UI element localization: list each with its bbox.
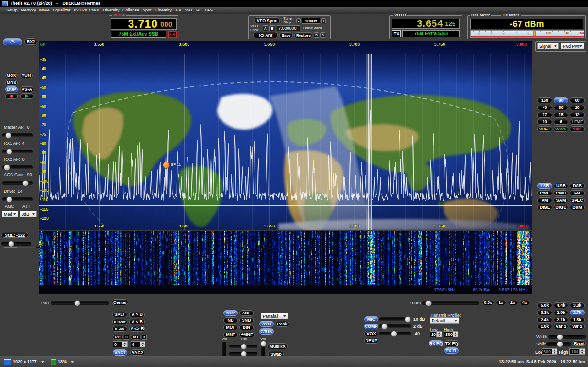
rx1-af-slider[interactable] <box>2 148 33 154</box>
sql-slider[interactable] <box>1 240 31 246</box>
band-15-button[interactable]: 15 <box>554 112 568 118</box>
anf-button[interactable]: ANF <box>239 310 254 316</box>
band-12-button[interactable]: 12 <box>570 112 585 118</box>
master-af-slider[interactable] <box>2 132 33 138</box>
mute-button[interactable]: MUT <box>223 324 238 330</box>
rx-eq-button[interactable]: RX EQ <box>429 340 443 346</box>
rit-button[interactable]: RIT <box>113 335 123 340</box>
play-button[interactable] <box>20 93 33 99</box>
power-button[interactable] <box>3 38 22 45</box>
filter-21-button[interactable]: 2.1k <box>554 317 568 323</box>
bandstack-restore-button[interactable]: Restore <box>294 32 312 38</box>
mode-cwl-button[interactable]: CWL <box>537 190 552 196</box>
vfo-lock-b-button[interactable]: B <box>269 25 275 31</box>
menu-bpf[interactable]: BPF <box>205 8 213 12</box>
menu-wave[interactable]: Wave <box>39 8 50 12</box>
rx2-button[interactable]: RX2 <box>24 38 37 45</box>
center-button[interactable]: Center <box>112 299 128 305</box>
nb-button[interactable]: NB <box>223 317 238 323</box>
mox-button[interactable]: MOX <box>5 80 18 86</box>
rit-spinner[interactable]: 0 <box>113 341 128 347</box>
zoom-slider[interactable] <box>422 300 479 305</box>
menu-collapse[interactable]: Collapse <box>122 8 139 12</box>
mic-button[interactable]: MIC <box>364 316 378 322</box>
menu-equalizer[interactable]: Equalizer <box>53 8 71 12</box>
menu-xvtrs[interactable]: XVTRs <box>73 8 87 12</box>
vac1-button[interactable]: VAC1 <box>113 349 127 356</box>
filter-shift-slider[interactable] <box>546 341 571 346</box>
waterfall[interactable] <box>39 231 532 285</box>
vox-button[interactable]: VOX <box>364 331 378 336</box>
ctun-button[interactable]: CTUN <box>259 328 274 335</box>
tun-button[interactable]: TUN <box>20 73 33 78</box>
filter-24-button[interactable]: 2.4k <box>537 317 552 323</box>
band-17-button[interactable]: 17 <box>537 112 552 118</box>
menu-cwx[interactable]: CWX <box>89 8 99 12</box>
band-lfmf-button[interactable]: LFMF <box>570 119 585 125</box>
vox-slider[interactable] <box>379 330 411 336</box>
band-swl-button[interactable]: SWL <box>570 126 585 132</box>
vac2-button[interactable]: VAC2 <box>130 349 144 356</box>
band-20-button[interactable]: 20 <box>570 105 585 110</box>
zoom-1x-button[interactable]: 1x <box>496 300 506 305</box>
band-80-button[interactable]: 80 <box>554 97 568 103</box>
filter-27-button[interactable]: 2.7k <box>570 310 585 315</box>
dup-button[interactable]: DUP <box>5 86 18 92</box>
multirx-button[interactable]: MultiRX <box>267 343 288 349</box>
xit-button[interactable]: XIT <box>131 335 141 340</box>
xit-spinner[interactable]: 0 <box>131 341 145 347</box>
b-to-a-button[interactable]: A < B <box>129 319 145 324</box>
chevron-down-icon[interactable] <box>71 361 74 363</box>
zoom-4x-button[interactable]: 4x <box>520 300 530 305</box>
filter-5k-button[interactable]: 5.0k <box>537 302 552 308</box>
a-to-b-button[interactable]: A > B <box>129 312 145 317</box>
filter-low-spinner[interactable]: -2800 <box>542 348 557 355</box>
filter-10-button[interactable]: 1.0k <box>537 324 552 329</box>
tx-high-spinner[interactable]: 3000 <box>444 331 458 337</box>
filter-33-button[interactable]: 3.3k <box>537 310 552 315</box>
rx-ant-button[interactable]: Rx Ant <box>253 32 278 38</box>
filter-18-button[interactable]: 1.8k <box>570 317 585 323</box>
dx-spot-marker[interactable] <box>163 162 170 169</box>
filter-44-button[interactable]: 4.4k <box>554 302 568 308</box>
transmit-profile-select[interactable]: Default <box>430 317 459 324</box>
filter-high-arrows[interactable] <box>579 349 585 354</box>
tune-step-value[interactable]: 100Hz <box>302 18 320 24</box>
agc-mode-select[interactable]: Med <box>2 211 18 217</box>
panadapter[interactable]: SP 11 60 3.550 3.600 3.650 3.700 3.750 3… <box>39 41 532 230</box>
frequency-entry-field[interactable]: 7.000000 <box>277 25 300 31</box>
sql-button[interactable]: SQL: -122 <box>1 232 28 238</box>
rx1-pan-slider[interactable] <box>229 343 257 349</box>
ps-a-button[interactable]: PS-A <box>20 86 33 92</box>
vfo-b-tx-button[interactable]: TX <box>392 30 401 37</box>
band-10-button[interactable]: 10 <box>537 119 552 125</box>
menu-memory[interactable]: Memory <box>21 8 36 12</box>
bandstack-slot-2-button[interactable]: 5 <box>320 32 325 38</box>
dx-spot-label[interactable]: SP 11 <box>171 162 181 167</box>
menu-ra[interactable]: RA <box>176 8 182 12</box>
rx-meter-mode-select[interactable]: Signal <box>537 43 559 49</box>
mode-fm-button[interactable]: FM <box>570 190 585 196</box>
band-vhf-button[interactable]: VHF+ <box>537 126 552 132</box>
filter-var2-button[interactable]: Var 2 <box>570 324 585 329</box>
menu-setup[interactable]: Setup <box>6 8 18 12</box>
pan-slider[interactable] <box>51 300 109 305</box>
shift-reset-button[interactable]: Reset <box>573 340 586 346</box>
mon-button[interactable]: MON <box>5 73 18 78</box>
rit-spinner-arrows[interactable] <box>122 342 127 347</box>
vfo-b-frequency[interactable]: 3.654 125 <box>392 19 460 29</box>
zoom-05x-button[interactable]: 0.5x <box>482 300 494 305</box>
vfo-lock-a-button[interactable]: A <box>263 25 268 31</box>
comp-slider[interactable] <box>379 323 411 329</box>
nr2-button[interactable]: NR2 <box>223 310 238 316</box>
record-button[interactable] <box>5 93 18 99</box>
tx-filter-button[interactable]: TX FL <box>444 347 459 354</box>
filter-width-slider[interactable] <box>548 334 586 339</box>
zero-beat-button[interactable]: 0 Beat <box>112 319 127 324</box>
menu-linearity[interactable]: Linearity <box>155 8 172 12</box>
filter-29-button[interactable]: 2.9k <box>554 310 568 315</box>
bandstack-slot-1-button[interactable]: 5 <box>314 32 319 38</box>
mode-cwu-button[interactable]: CWU <box>554 190 568 196</box>
tx-meter-mode-select[interactable]: Fwd Pwr <box>561 43 584 49</box>
filter-var1-button[interactable]: Var 1 <box>554 324 568 329</box>
